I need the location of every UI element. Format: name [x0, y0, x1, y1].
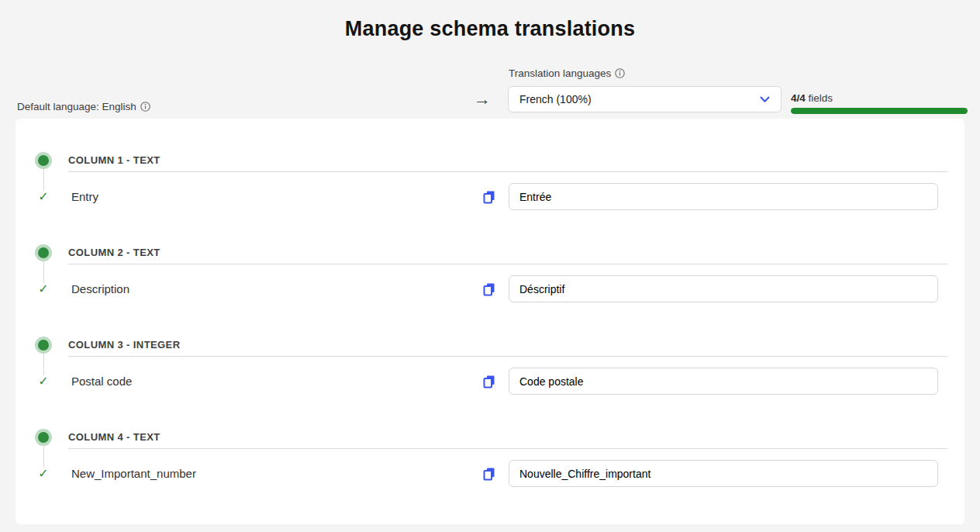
- status-dot-icon: [35, 152, 52, 169]
- divider: [68, 171, 947, 172]
- divider: [68, 264, 947, 264]
- divider: [68, 448, 947, 449]
- divider: [68, 356, 947, 357]
- translation-input[interactable]: [509, 368, 938, 395]
- translation-row: ✓ Description: [35, 275, 947, 302]
- connector-line: [43, 444, 44, 468]
- copy-icon[interactable]: [483, 282, 495, 296]
- language-select-value: French (100%): [519, 93, 760, 105]
- section-column-4: COLUMN 4 - TEXT ✓ New_Important_number: [35, 429, 947, 487]
- info-icon[interactable]: [615, 68, 625, 78]
- source-label: New_Important_number: [68, 467, 483, 480]
- arrow-right-icon: →: [474, 90, 491, 109]
- fields-suffix: fields: [806, 92, 833, 104]
- translation-row: ✓ New_Important_number: [35, 460, 947, 487]
- fields-counter: 4/4 fields: [791, 92, 833, 104]
- translation-languages-text: Translation languages: [509, 67, 611, 79]
- translation-input[interactable]: [509, 183, 938, 210]
- copy-icon[interactable]: [483, 375, 495, 389]
- connector-line: [43, 352, 44, 375]
- default-language-text: Default language: English: [17, 101, 136, 112]
- info-icon[interactable]: [140, 102, 150, 112]
- connector-line: [43, 168, 44, 191]
- translation-input[interactable]: [509, 460, 938, 487]
- translation-row: ✓ Entry: [35, 183, 947, 210]
- translations-card: COLUMN 1 - TEXT ✓ Entry COL: [16, 119, 964, 524]
- section-column-1: COLUMN 1 - TEXT ✓ Entry: [35, 152, 947, 210]
- progress-fill: [791, 108, 968, 114]
- connector-line: [43, 260, 44, 283]
- status-dot-icon: [35, 337, 52, 354]
- copy-icon[interactable]: [483, 190, 495, 204]
- translation-languages-label: Translation languages: [509, 67, 625, 79]
- fields-count: 4/4: [791, 92, 806, 104]
- section-column-2: COLUMN 2 - TEXT ✓ Description: [35, 244, 947, 302]
- translation-row: ✓ Postal code: [35, 368, 947, 395]
- source-label: Description: [68, 282, 483, 295]
- default-language-label: Default language: English: [17, 101, 150, 112]
- section-header: COLUMN 1 - TEXT: [68, 152, 947, 169]
- status-dot-icon: [35, 429, 52, 446]
- chevron-down-icon: [760, 96, 770, 103]
- section-header: COLUMN 3 - INTEGER: [68, 337, 947, 354]
- section-column-3: COLUMN 3 - INTEGER ✓ Postal code: [35, 337, 947, 395]
- source-label: Entry: [68, 190, 483, 203]
- page-title: Manage schema translations: [0, 17, 980, 41]
- language-select[interactable]: French (100%): [508, 86, 782, 112]
- source-label: Postal code: [68, 375, 483, 388]
- section-header: COLUMN 4 - TEXT: [68, 429, 947, 446]
- translation-progress-bar: [791, 108, 968, 114]
- translation-input[interactable]: [509, 275, 938, 302]
- section-header: COLUMN 2 - TEXT: [68, 244, 947, 261]
- status-dot-icon: [35, 244, 52, 261]
- copy-icon[interactable]: [483, 467, 495, 481]
